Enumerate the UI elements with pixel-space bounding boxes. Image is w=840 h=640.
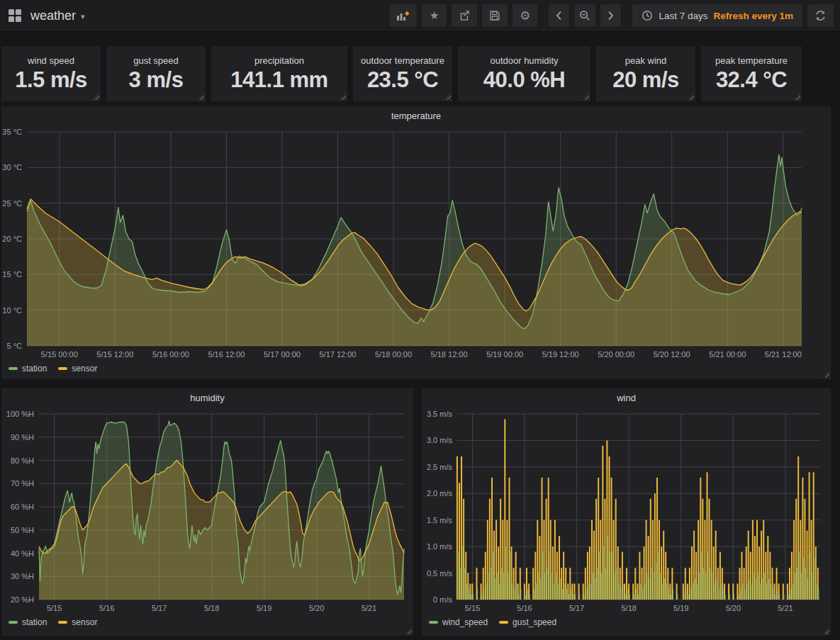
grafana-dashboard: weather ▾ ★ ⚙ [0,0,840,640]
legend-label: gust_speed [513,617,556,627]
zoom-out-button[interactable] [573,4,596,28]
refresh-button[interactable] [807,4,834,28]
svg-text:0.5 m/s: 0.5 m/s [427,569,453,578]
svg-text:15 °C: 15 °C [2,270,22,279]
resize-handle[interactable] [198,94,204,100]
stat-value: 141.1 mm [211,67,347,93]
svg-text:5/16 12:00: 5/16 12:00 [208,350,245,359]
stat-title[interactable]: outdoor humidity [458,46,590,66]
wind-chart[interactable]: 0 m/s0.5 m/s1.0 m/s1.5 m/s2.0 m/s2.5 m/s… [422,407,831,616]
refresh-interval-label: Refresh every 1m [713,11,793,21]
svg-text:1.5 m/s: 1.5 m/s [427,516,453,524]
svg-text:5/17: 5/17 [152,604,167,612]
legend-label: sensor [72,364,97,374]
legend-item-gust-speed[interactable]: gust_speed [499,617,556,627]
svg-text:5/18: 5/18 [204,604,219,612]
svg-text:10 °C: 10 °C [2,306,22,315]
svg-text:100 %H: 100 %H [6,410,34,418]
page-title: weather [30,9,76,23]
bottom-row: humidity 20 %H30 %H40 %H50 %H60 %H70 %H8… [1,388,840,636]
legend-swatch [429,621,438,624]
svg-text:20 %H: 20 %H [11,595,34,604]
resize-handle[interactable] [93,94,99,100]
svg-text:5/17: 5/17 [569,604,584,612]
stat-panel-gust-speed: gust speed 3 m/s [106,46,206,101]
svg-text:3.5 m/s: 3.5 m/s [427,410,453,418]
settings-button[interactable]: ⚙ [512,4,538,28]
svg-text:5/19 00:00: 5/19 00:00 [486,350,523,359]
svg-text:5/19 12:00: 5/19 12:00 [542,350,579,359]
svg-text:5/15 12:00: 5/15 12:00 [96,350,133,359]
legend-item-station[interactable]: station [9,617,47,627]
stat-title[interactable]: gust speed [106,46,206,66]
stat-title[interactable]: wind speed [1,46,101,66]
legend-item-wind-speed[interactable]: wind_speed [429,617,488,627]
stat-value: 40.0 %H [458,67,590,93]
legend-item-sensor[interactable]: sensor [58,617,97,627]
panel-title[interactable]: humidity [1,388,413,407]
legend-item-station[interactable]: station [9,364,47,374]
save-icon [489,10,500,21]
legend-item-sensor[interactable]: sensor [58,364,97,374]
temperature-legend: station sensor [1,364,831,374]
chevron-left-icon [556,11,562,21]
svg-text:5/20 12:00: 5/20 12:00 [654,350,690,359]
panel-title[interactable]: temperature [1,106,831,125]
time-range-button[interactable]: Last 7 days Refresh every 1m [632,4,803,28]
time-shift-left-button[interactable] [548,4,570,28]
stat-value: 20 m/s [596,67,695,93]
humidity-legend: station sensor [1,617,413,627]
svg-text:5/21: 5/21 [778,604,793,612]
resize-handle[interactable] [794,94,800,100]
stat-title[interactable]: precipitation [211,46,347,66]
svg-text:5/16: 5/16 [99,604,114,612]
stat-title[interactable]: peak wind [596,46,695,66]
stat-value: 1.5 m/s [1,67,101,93]
stat-title[interactable]: outdoor temperature [353,46,452,66]
resize-handle[interactable] [688,94,694,100]
save-button[interactable] [481,4,508,28]
svg-text:60 %H: 60 %H [11,503,34,511]
svg-text:5/15: 5/15 [47,604,62,612]
resize-handle[interactable] [583,94,589,100]
time-range-label: Last 7 days [659,11,707,21]
apps-menu-button[interactable] [9,9,21,22]
dashboard-title-dropdown[interactable]: weather ▾ [30,9,85,23]
svg-text:5/15: 5/15 [465,604,480,612]
svg-text:20 °C: 20 °C [2,235,22,243]
svg-text:50 %H: 50 %H [11,526,34,534]
stat-panel-outdoor-temperature: outdoor temperature 23.5 °C [353,46,452,101]
svg-text:5/20: 5/20 [726,604,741,612]
gear-icon: ⚙ [520,9,530,23]
legend-label: wind_speed [442,617,488,627]
bar-chart-plus-icon [396,11,410,21]
favorite-button[interactable]: ★ [421,4,447,28]
star-icon: ★ [430,9,439,22]
svg-text:1.0 m/s: 1.0 m/s [427,542,453,551]
humidity-panel: humidity 20 %H30 %H40 %H50 %H60 %H70 %H8… [1,388,413,636]
share-button[interactable] [451,4,478,28]
stat-panel-peak-wind: peak wind 20 m/s [596,46,695,101]
legend-swatch [9,367,18,370]
legend-swatch [58,621,67,624]
add-panel-button[interactable] [388,4,418,28]
panel-title[interactable]: wind [422,388,831,407]
svg-text:5/15 00:00: 5/15 00:00 [41,350,78,359]
resize-handle[interactable] [444,94,451,100]
wind-legend: wind_speed gust_speed [422,617,831,627]
navbar: weather ▾ ★ ⚙ [0,0,840,32]
resize-handle[interactable] [340,94,346,100]
svg-text:5/20 00:00: 5/20 00:00 [598,350,634,359]
resize-handle[interactable] [405,628,412,634]
legend-label: sensor [72,617,97,627]
stat-title[interactable]: peak temperature [701,46,802,66]
svg-text:5/16: 5/16 [517,604,532,612]
svg-text:5/19: 5/19 [257,604,271,612]
temperature-chart[interactable]: 5 °C10 °C15 °C20 °C25 °C30 °C35 °C5/15 0… [1,125,831,362]
resize-handle[interactable] [823,628,829,634]
humidity-chart[interactable]: 20 %H30 %H40 %H50 %H60 %H70 %H80 %H90 %H… [1,407,413,616]
svg-text:70 %H: 70 %H [11,479,34,488]
svg-text:5/21 00:00: 5/21 00:00 [709,350,746,359]
time-shift-right-button[interactable] [600,4,622,28]
legend-label: station [22,364,47,374]
